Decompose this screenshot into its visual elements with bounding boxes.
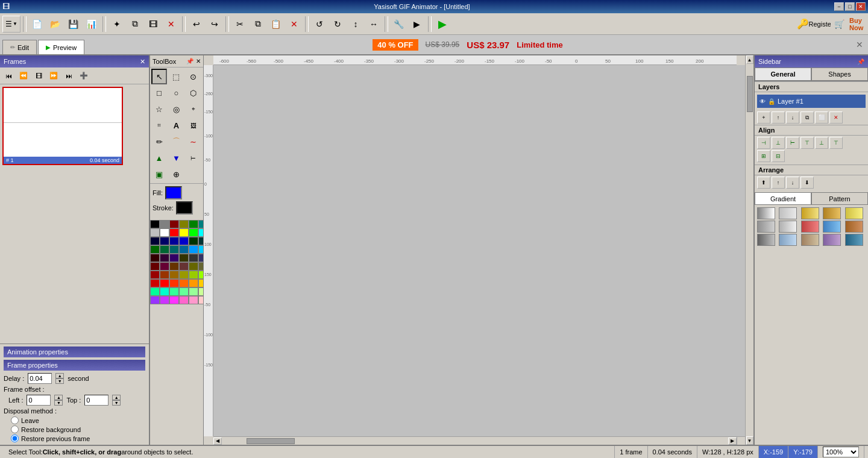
redo-button[interactable]: ↪ [206, 16, 223, 33]
palette-color-cell[interactable] [189, 287, 198, 296]
gradient-swatch[interactable] [845, 234, 863, 246]
palette-color-cell[interactable] [169, 220, 179, 228]
palette-color-cell[interactable] [160, 271, 169, 279]
align-bottom-button[interactable]: ⊤ [829, 137, 843, 149]
tool-brush[interactable]: ⌒ [168, 134, 184, 149]
gradient-swatch[interactable] [779, 221, 797, 233]
gradient-swatch[interactable] [823, 207, 841, 219]
align-center-v-button[interactable]: ⊥ [815, 137, 828, 149]
gradient-swatch[interactable] [779, 234, 797, 246]
filmstrip-button[interactable]: 🎞 [31, 69, 46, 83]
palette-color-cell[interactable] [150, 287, 160, 296]
preview-button[interactable]: ▶ [409, 16, 426, 33]
palette-color-cell[interactable] [179, 271, 189, 279]
gradient-swatch[interactable] [801, 221, 819, 233]
left-down[interactable]: ▼ [54, 400, 63, 406]
palette-color-cell[interactable] [150, 228, 160, 237]
maximize-button[interactable]: □ [845, 2, 855, 11]
palette-color-cell[interactable] [189, 271, 198, 279]
palette-color-cell[interactable] [198, 262, 203, 271]
palette-color-cell[interactable] [179, 279, 189, 287]
leave-radio[interactable]: Leave [11, 416, 145, 424]
h-scroll-thumb[interactable] [247, 438, 295, 444]
send-back-button[interactable]: ⬇ [800, 177, 814, 189]
palette-color-cell[interactable] [179, 220, 189, 228]
tool-zoom[interactable]: ⊕ [168, 166, 184, 182]
palette-color-cell[interactable] [189, 254, 198, 262]
palette-color-cell[interactable] [198, 279, 203, 287]
palette-color-cell[interactable] [160, 262, 169, 271]
tool-text[interactable]: A [168, 118, 184, 133]
gradient-swatch[interactable] [823, 221, 841, 233]
gradient-swatch[interactable] [801, 207, 819, 219]
left-up[interactable]: ▲ [54, 395, 63, 400]
palette-color-cell[interactable] [198, 271, 203, 279]
send-backward-button[interactable]: ↓ [786, 177, 799, 189]
tool-node[interactable]: ⌗ [151, 118, 167, 133]
layer-add-button[interactable]: + [757, 111, 770, 124]
rotate-cw-button[interactable]: ↻ [329, 16, 346, 33]
layer-copy-button[interactable]: ⧉ [800, 111, 814, 124]
optimize-button[interactable]: 🔧 [391, 16, 407, 33]
gradient-tab[interactable]: Gradient [755, 192, 811, 204]
insert-frames-button[interactable]: 🎞 [145, 16, 162, 33]
palette-color-cell[interactable] [169, 254, 179, 262]
layer-item-1[interactable]: 👁 🔒 Layer #1 [757, 95, 866, 108]
align-top-button[interactable]: ⊤ [800, 137, 814, 149]
copy-button[interactable]: ⧉ [250, 16, 266, 33]
align-center-h-button[interactable]: ⊥ [772, 137, 785, 149]
palette-color-cell[interactable] [189, 245, 198, 254]
buy-now-button[interactable]: Buy Now [849, 16, 866, 33]
tool-custom-shape[interactable]: ⌖ [186, 101, 201, 117]
fill-color-box[interactable] [165, 186, 182, 199]
palette-color-cell[interactable] [189, 262, 198, 271]
palette-color-cell[interactable] [179, 287, 189, 296]
gradient-swatch[interactable] [757, 207, 775, 219]
palette-color-cell[interactable] [198, 228, 203, 237]
close-promo-button[interactable]: ✕ [851, 35, 868, 54]
minimize-button[interactable]: − [834, 2, 844, 11]
tool-polygon[interactable]: ⬡ [186, 85, 201, 101]
add-frame-button[interactable]: ➕ [77, 69, 91, 83]
first-frame-button[interactable]: ⏮ [1, 69, 16, 83]
palette-color-cell[interactable] [160, 237, 169, 245]
gradient-swatch[interactable] [845, 221, 863, 233]
delay-down[interactable]: ▼ [55, 378, 64, 384]
save-button[interactable]: 💾 [65, 16, 82, 33]
undo-button[interactable]: ↩ [188, 16, 205, 33]
delay-up[interactable]: ▲ [55, 373, 64, 378]
rotate-ccw-button[interactable]: ↺ [311, 16, 328, 33]
tool-spiral[interactable]: ◎ [168, 101, 184, 117]
tool-pencil[interactable]: ✏ [151, 134, 167, 149]
gradient-swatch[interactable] [757, 221, 775, 233]
pattern-tab[interactable]: Pattern [811, 192, 868, 204]
toolbox-pin-icon[interactable]: 📌 [186, 58, 193, 64]
palette-color-cell[interactable] [179, 296, 189, 304]
register-button[interactable]: Register [813, 16, 829, 33]
canvas-viewport[interactable] [213, 65, 745, 436]
palette-color-cell[interactable] [189, 296, 198, 304]
palette-color-cell[interactable] [179, 228, 189, 237]
distribute-v-button[interactable]: ⊟ [772, 150, 785, 162]
sidebar-tab-shapes[interactable]: Shapes [811, 67, 868, 81]
palette-color-cell[interactable] [169, 279, 179, 287]
restore-bg-radio-input[interactable] [11, 425, 19, 433]
open-button[interactable]: 📂 [47, 16, 64, 33]
palette-color-cell[interactable] [150, 262, 160, 271]
delay-input[interactable] [28, 373, 52, 384]
gradient-swatch[interactable] [801, 234, 819, 246]
gradient-swatch[interactable] [779, 207, 797, 219]
h-scroll-right[interactable]: ▶ [728, 438, 737, 445]
flip-h-button[interactable]: ↔ [365, 16, 382, 33]
tool-paint[interactable]: ▲ [151, 150, 167, 166]
discount-badge[interactable]: 40 % OFF [373, 39, 418, 51]
tool-image[interactable]: 🖼 [186, 118, 201, 133]
v-scroll-up[interactable]: ▲ [746, 55, 753, 64]
palette-color-cell[interactable] [160, 254, 169, 262]
flip-v-button[interactable]: ↕ [347, 16, 364, 33]
new-button[interactable]: 📄 [29, 16, 46, 33]
palette-color-cell[interactable] [198, 296, 203, 304]
cut-button[interactable]: ✂ [231, 16, 248, 33]
palette-color-cell[interactable] [189, 237, 198, 245]
tool-region-select[interactable]: ⬚ [168, 69, 184, 84]
